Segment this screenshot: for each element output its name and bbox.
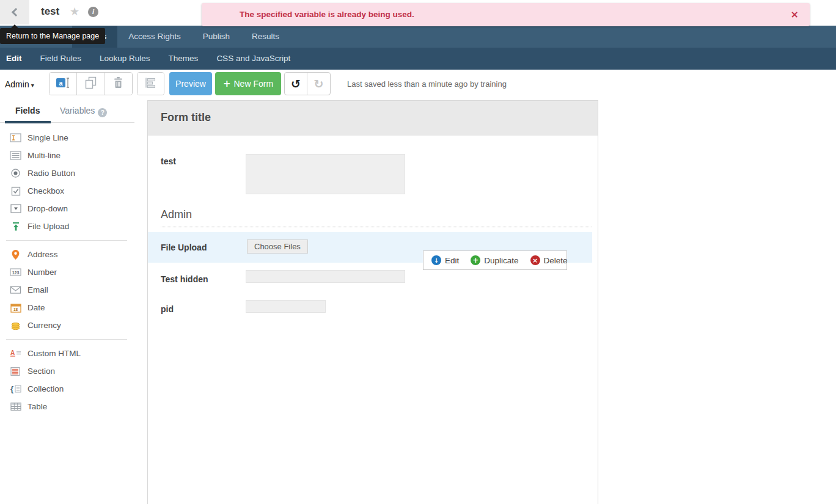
undo-button[interactable]: ↺ [285, 73, 307, 95]
section-title-admin[interactable]: Admin [161, 208, 192, 221]
pid-input[interactable] [246, 300, 326, 313]
custom-html-icon: A [10, 348, 21, 359]
tab-lookup-rules[interactable]: Lookup Rules [90, 48, 160, 70]
plus-icon: + [223, 78, 231, 89]
svg-text:a: a [59, 79, 63, 86]
preview-button[interactable]: Preview [169, 72, 212, 95]
page-title: test [41, 5, 59, 18]
checkbox-icon [10, 186, 21, 196]
radio-button-icon [10, 168, 21, 178]
field-type-file-upload[interactable]: File Upload [0, 217, 134, 235]
secondary-nav: Edit Field Rules Lookup Rules Themes CSS… [0, 48, 836, 70]
field-type-currency[interactable]: Currency [0, 316, 134, 334]
error-message: The specified variable is already being … [240, 3, 414, 26]
form-select-dropdown[interactable]: Admin▾ [5, 70, 34, 100]
svg-text:A: A [10, 349, 15, 356]
rename-form-button[interactable]: a [50, 73, 77, 95]
new-form-label: New Form [234, 79, 274, 89]
form-builder-page: test ★ i The specified variable is alrea… [0, 0, 836, 504]
error-banner: The specified variable is already being … [202, 3, 810, 26]
field-type-email[interactable]: Email [0, 281, 134, 299]
email-icon [10, 285, 21, 295]
save-status-text: Last saved less than a minute ago by tra… [347, 70, 507, 99]
test-hidden-input[interactable] [246, 270, 405, 283]
tab-themes[interactable]: Themes [160, 48, 208, 70]
field-type-radio-button[interactable]: Radio Button [0, 164, 134, 182]
delete-field-button[interactable]: × Delete [530, 255, 568, 265]
redo-button[interactable]: ↻ [307, 73, 330, 95]
caret-down-icon: ▾ [31, 82, 34, 89]
duplicate-form-icon [84, 76, 97, 92]
field-type-drop-down[interactable]: Drop-down [0, 200, 134, 217]
tab-fields[interactable]: Fields [15, 106, 40, 115]
field-type-label: Currency [28, 321, 61, 330]
tab-edit[interactable]: Edit [0, 48, 31, 70]
banner-close-icon[interactable]: × [791, 3, 799, 26]
field-type-single-line[interactable]: Single Line [0, 129, 134, 147]
file-upload-icon [10, 221, 21, 232]
sidebar-tabs: Fields Variables? [0, 99, 134, 123]
date-icon: 18 [10, 302, 21, 313]
delete-label: Delete [544, 256, 568, 265]
single-line-icon [10, 133, 21, 143]
field-label-test: test [161, 156, 176, 166]
field-type-multi-line[interactable]: Multi-line [0, 147, 134, 164]
delete-form-button[interactable] [105, 73, 132, 95]
reorder-fields-icon [145, 78, 157, 90]
test-multiline-input[interactable] [246, 154, 405, 194]
tab-results[interactable]: Results [241, 26, 290, 48]
reorder-fields-button[interactable] [137, 72, 164, 95]
collection-icon: { [10, 384, 21, 394]
form-title-header[interactable]: Form title [148, 101, 598, 136]
edit-icon: ↓ [431, 255, 441, 265]
address-icon [10, 249, 21, 260]
undo-redo-group: ↺ ↻ [284, 72, 331, 95]
builder-toolbar: Admin▾ a [0, 70, 836, 99]
field-type-label: Multi-line [28, 151, 61, 160]
field-type-address[interactable]: Address [0, 246, 134, 263]
table-icon [10, 401, 21, 412]
field-type-label: Collection [28, 384, 64, 393]
duplicate-icon: + [471, 255, 480, 265]
info-icon[interactable]: i [88, 7, 98, 17]
rename-icon: a [56, 77, 70, 91]
tab-publish[interactable]: Publish [192, 26, 241, 48]
field-type-label: File Upload [28, 222, 69, 231]
tab-variables[interactable]: Variables? [60, 106, 107, 117]
field-type-label: Custom HTML [28, 349, 81, 358]
trash-icon [112, 76, 124, 91]
edit-field-button[interactable]: ↓ Edit [431, 255, 459, 265]
field-type-label: Date [28, 303, 45, 312]
tab-field-rules[interactable]: Field Rules [31, 48, 91, 70]
sidebar-divider [6, 339, 127, 340]
field-label-file-upload: File Upload [161, 243, 207, 252]
field-type-number[interactable]: 123 Number [0, 263, 134, 281]
choose-files-button[interactable]: Choose Files [247, 239, 308, 254]
field-type-checkbox[interactable]: Checkbox [0, 182, 134, 200]
currency-icon [10, 320, 21, 331]
field-type-section[interactable]: Section [0, 362, 134, 380]
favorite-star-icon[interactable]: ★ [70, 5, 79, 18]
field-type-date[interactable]: 18 Date [0, 299, 134, 316]
reorder-fields-icon-wrap [138, 73, 164, 95]
back-button[interactable] [0, 0, 29, 24]
sidebar-divider [6, 240, 127, 241]
field-type-list: Single Line Multi-line [0, 123, 134, 415]
form-title[interactable]: Form title [161, 111, 211, 124]
tab-css-javascript[interactable]: CSS and JavaScript [207, 48, 299, 70]
field-type-label: Table [28, 402, 47, 411]
duplicate-field-button[interactable]: + Duplicate [471, 255, 518, 265]
field-type-table[interactable]: Table [0, 398, 134, 415]
form-action-button-group: a [49, 72, 133, 95]
help-icon[interactable]: ? [98, 108, 107, 117]
field-type-label: Checkbox [28, 186, 64, 195]
edit-label: Edit [445, 256, 459, 265]
section-icon [10, 366, 21, 376]
field-type-collection[interactable]: { Collection [0, 380, 134, 398]
tab-access-rights[interactable]: Access Rights [117, 26, 192, 48]
new-form-button[interactable]: + New Form [215, 72, 281, 95]
duplicate-form-button[interactable] [77, 73, 105, 95]
primary-nav: Forms Access Rights Publish Results [0, 26, 836, 48]
field-type-custom-html[interactable]: A Custom HTML [0, 345, 134, 362]
field-type-label: Single Line [28, 133, 68, 142]
